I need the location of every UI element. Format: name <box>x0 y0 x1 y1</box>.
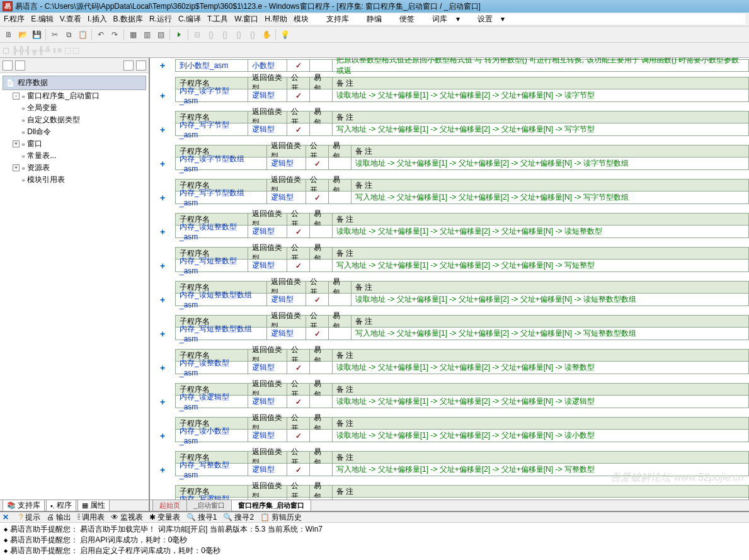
func-note[interactable]: 读取地址 -> 父址+偏移量[1] -> 父址+偏移量[2] -> 父址+偏移量… <box>333 362 748 374</box>
tab-startwin[interactable]: _启动窗口 <box>186 500 232 511</box>
gutter-plus[interactable]: + <box>150 191 175 204</box>
gutter-plus[interactable]: + <box>150 226 175 238</box>
left-tb-btn2[interactable] <box>15 60 25 71</box>
expand-icon[interactable]: + <box>13 140 20 147</box>
gutter-plus[interactable]: + <box>150 430 175 442</box>
func-pub-check[interactable]: ✓ <box>287 123 310 135</box>
tab-support-lib[interactable]: 📚 支持库 <box>3 500 45 511</box>
func-pub-check[interactable]: ✓ <box>287 396 310 408</box>
func-pub-check[interactable]: ✓ <box>287 226 310 237</box>
func-note[interactable]: 写入地址 -> 父址+偏移量[1] -> 父址+偏移量[2] -> 父址+偏移量… <box>352 328 748 340</box>
expand-icon[interactable]: - <box>13 93 20 100</box>
menu-file[interactable]: F.程序 <box>4 14 25 25</box>
func-name[interactable]: 内存_读短整数型数组_asm <box>176 294 267 306</box>
func-pkg[interactable] <box>310 498 333 500</box>
func-note[interactable]: 读取地址 -> 父址+偏移量[1] -> 父址+偏移量[2] -> 父址+偏移量… <box>333 430 748 442</box>
func-note[interactable]: 写入地址 -> 父址+偏移量[1] -> 父址+偏移量[2] -> 父址+偏移量… <box>333 464 748 476</box>
func-ret[interactable]: 逻辑型 <box>248 89 287 101</box>
func-note[interactable]: 读取地址 -> 父址+偏移量[1] -> 父址+偏移量[2] -> 父址+偏移量… <box>352 157 748 169</box>
func-name[interactable]: 内存_读整数型_asm <box>176 362 248 374</box>
func-pkg[interactable] <box>310 464 333 476</box>
func-ret[interactable]: 逻辑型 <box>267 328 306 340</box>
func-ret[interactable]: 逻辑型 <box>248 123 287 135</box>
debug1-icon[interactable]: ⊟ <box>191 28 203 41</box>
func-name[interactable]: 内存_写短整数型数组_asm <box>176 328 267 340</box>
func-ret[interactable]: 逻辑型 <box>267 157 306 169</box>
menu-compile[interactable]: C.编译 <box>178 14 201 25</box>
dist-h-icon[interactable]: ⫴ <box>53 46 56 55</box>
layout1-icon[interactable]: ▦ <box>127 28 139 41</box>
func-pkg[interactable] <box>329 157 352 169</box>
func-ret[interactable]: 逻辑型 <box>248 226 287 237</box>
gutter-plus[interactable]: + <box>150 464 175 476</box>
func-pub-check[interactable]: ✓ <box>306 294 329 306</box>
gutter-plus[interactable]: + <box>150 328 175 340</box>
undo-icon[interactable]: ↶ <box>94 28 107 41</box>
tree-item[interactable]: ▫自定义数据类型 <box>13 114 146 126</box>
func-note[interactable]: 写入地址 -> 父址+偏移量[1] -> 父址+偏移量[2] -> 父址+偏移量… <box>333 260 748 271</box>
align-bot-icon[interactable]: ╩ <box>45 46 51 55</box>
func-pub-check[interactable]: ✓ <box>287 430 310 442</box>
cut-icon[interactable]: ✂ <box>49 28 61 41</box>
left-tb-btn4[interactable] <box>136 60 146 71</box>
debug4-icon[interactable]: {} <box>232 28 245 41</box>
save-icon[interactable]: 💾 <box>30 28 43 41</box>
func-pkg[interactable] <box>310 396 333 408</box>
func-pkg[interactable] <box>329 191 352 203</box>
func-pub-check[interactable]: ✓ <box>306 191 329 203</box>
func-note[interactable]: 把原以整数型格式值还原回小数型格式值 与 转为整数型() 可进行相互转换, 该功… <box>333 60 748 71</box>
func-pkg[interactable] <box>310 260 333 271</box>
left-tb-btn3[interactable] <box>123 60 134 71</box>
menu-module[interactable]: 模块 <box>294 14 309 25</box>
menu-help[interactable]: H.帮助 <box>265 14 287 25</box>
func-pkg[interactable] <box>310 226 333 237</box>
redo-icon[interactable]: ↷ <box>108 28 121 41</box>
gutter-plus[interactable]: + <box>150 157 175 170</box>
func-pkg[interactable] <box>310 362 333 374</box>
func-ret[interactable]: 逻辑型 <box>267 294 306 306</box>
func-note[interactable]: 写入地址 -> 父址+偏移量[1] -> 父址+偏移量[2] -> 父址+偏移量… <box>333 123 748 135</box>
func-name[interactable]: 内存_读小数型_asm <box>176 430 248 442</box>
menu-dict[interactable]: 词库 ▾ <box>432 14 459 25</box>
open-icon[interactable]: 📂 <box>16 28 29 41</box>
func-pkg[interactable] <box>310 89 333 101</box>
func-pkg[interactable] <box>310 123 333 135</box>
func-name[interactable]: 内存_写字节型数组_asm <box>176 191 267 203</box>
panel-close-icon[interactable]: ✕ <box>3 513 9 522</box>
func-name[interactable]: 内存_读逻辑型_asm <box>176 396 248 408</box>
size2-icon[interactable]: ⬚ <box>72 46 79 55</box>
align-right-icon[interactable]: ╣ <box>25 46 31 55</box>
bulb-icon[interactable]: 💡 <box>278 28 291 41</box>
gutter-plus[interactable]: + <box>150 89 175 102</box>
gutter-plus[interactable]: + <box>150 498 175 500</box>
func-ret[interactable]: 逻辑型 <box>248 464 287 476</box>
menu-static[interactable]: 静编 <box>367 14 382 25</box>
func-ret[interactable]: 逻辑型 <box>267 191 306 203</box>
func-name[interactable]: 内存_读短整数型_asm <box>176 226 248 237</box>
func-pub-check[interactable]: ✓ <box>287 498 310 500</box>
debug3-icon[interactable]: {} <box>219 28 231 41</box>
align-left-icon[interactable]: ╠ <box>12 46 18 55</box>
tree-item[interactable]: +▫资源表 <box>13 162 146 174</box>
tab-search1[interactable]: 🔍搜寻1 <box>186 512 217 523</box>
layout3-icon[interactable]: ▤ <box>154 28 167 41</box>
tree-item[interactable]: ▫模块引用表 <box>13 174 146 186</box>
tab-search2[interactable]: 🔍搜寻2 <box>223 512 254 523</box>
menu-settings[interactable]: 设置 ▾ <box>477 14 505 25</box>
func-ret[interactable]: 逻辑型 <box>248 362 287 374</box>
menu-window[interactable]: W.窗口 <box>234 14 258 25</box>
tree-item[interactable]: ▫常量表... <box>13 150 146 162</box>
size1-icon[interactable]: ⬚ <box>64 46 71 55</box>
func-pkg[interactable] <box>310 60 333 71</box>
align-mid-icon[interactable]: ╫ <box>38 46 44 55</box>
gutter-plus[interactable]: + <box>150 59 175 72</box>
debug5-icon[interactable]: {} <box>246 28 259 41</box>
gutter-plus[interactable]: + <box>150 294 175 306</box>
func-ret[interactable]: 逻辑型 <box>248 498 287 500</box>
tab-winset[interactable]: 窗口程序集_启动窗口 <box>231 500 311 511</box>
menu-edit[interactable]: E.编辑 <box>31 14 53 25</box>
func-note[interactable]: 读取地址 -> 父址+偏移量[1] -> 父址+偏移量[2] -> 父址+偏移量… <box>352 294 748 306</box>
tree-item[interactable]: -▫窗口程序集_启动窗口 <box>13 90 146 102</box>
tab-props[interactable]: ▦ 属性 <box>77 500 110 511</box>
gutter-plus[interactable]: + <box>150 123 175 136</box>
